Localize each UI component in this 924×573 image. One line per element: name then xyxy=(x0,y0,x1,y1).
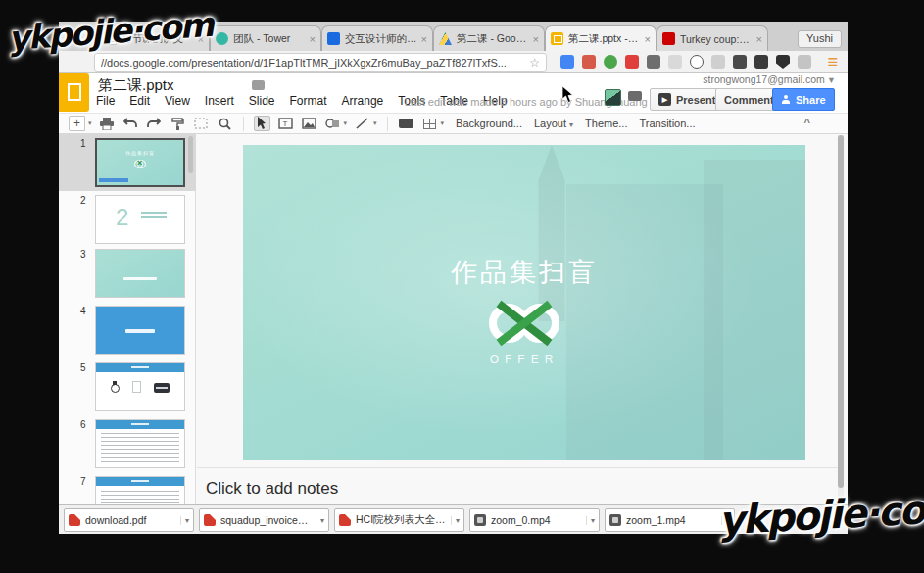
menu-slide[interactable]: Slide xyxy=(249,94,275,108)
speaker-notes-placeholder[interactable]: Click to add notes xyxy=(206,479,338,499)
filmstrip-row-6[interactable]: 6 xyxy=(59,415,196,472)
filmstrip-scrollbar[interactable] xyxy=(188,136,193,173)
slide-thumbnail-4[interactable] xyxy=(95,306,185,355)
slide-thumbnail-1[interactable]: 作品集扫盲 xyxy=(95,138,185,187)
close-icon[interactable]: × xyxy=(645,33,651,45)
slide-title-text[interactable]: 作品集扫盲 xyxy=(243,255,805,290)
collaborator-avatar[interactable] xyxy=(605,89,621,106)
slides-header: 第二课.pptx File Edit View Insert Slide For… xyxy=(59,73,848,113)
chevron-down-icon[interactable]: ▾ xyxy=(373,119,377,127)
filmstrip-row-3[interactable]: 3 xyxy=(59,245,196,302)
slide-thumbnail-2[interactable]: 2 xyxy=(95,195,185,244)
browser-tab-zhihu[interactable]: 交互设计师的核心价值… × xyxy=(321,25,433,51)
filmstrip-row-7[interactable]: 7 xyxy=(59,472,196,504)
chevron-down-icon[interactable]: ▾ xyxy=(180,516,189,525)
transition-button[interactable]: Transition... xyxy=(639,118,695,129)
slide-canvas[interactable]: 作品集扫盲 OFFER xyxy=(243,145,805,460)
extension-icon[interactable] xyxy=(604,55,617,69)
slide-thumbnail-6[interactable] xyxy=(95,419,185,468)
browser-tab-cnn[interactable]: Turkey coup: Live upd × xyxy=(657,25,768,51)
close-icon[interactable]: × xyxy=(756,33,762,45)
chevron-down-icon[interactable]: ▾ xyxy=(441,119,445,127)
extension-icon[interactable] xyxy=(798,55,811,69)
account-email[interactable]: strongwong17@gmail.com▾ xyxy=(703,73,834,85)
extension-icon[interactable] xyxy=(733,55,747,69)
chevron-down-icon[interactable]: ▾ xyxy=(451,516,460,525)
text-box-icon[interactable]: T xyxy=(277,116,294,131)
new-slide-button[interactable]: + xyxy=(69,116,85,131)
layout-button[interactable]: Layout ▾ xyxy=(534,118,573,129)
profile-button[interactable]: Yushi xyxy=(798,30,842,48)
zoom-region-icon[interactable] xyxy=(193,116,210,131)
offer-caption[interactable]: OFFER xyxy=(243,353,805,366)
chat-icon[interactable] xyxy=(628,91,642,101)
menu-view[interactable]: View xyxy=(165,94,190,108)
filmstrip-row-1[interactable]: 1 作品集扫盲 xyxy=(59,134,196,191)
table-grid-icon[interactable] xyxy=(421,116,438,131)
chevron-down-icon[interactable]: ▾ xyxy=(88,119,92,127)
thumb-icons-row xyxy=(96,381,184,393)
download-item[interactable]: HCI院校列表大全.pdf ▾ xyxy=(334,508,464,532)
zoom-icon[interactable] xyxy=(217,116,233,131)
comment-box-icon[interactable] xyxy=(398,116,414,131)
collapse-toolbar-icon[interactable]: ^ xyxy=(804,117,810,128)
extension-icon[interactable] xyxy=(560,55,574,69)
download-item[interactable]: zoom_0.mp4 ▾ xyxy=(469,508,600,532)
close-icon[interactable]: × xyxy=(421,33,427,45)
bookmark-star-icon[interactable]: ☆ xyxy=(529,56,540,70)
share-button[interactable]: Share xyxy=(772,88,835,111)
folder-icon[interactable] xyxy=(252,80,265,90)
filmstrip-row-2[interactable]: 2 2 xyxy=(59,191,196,248)
chrome-menu-icon[interactable]: ≡ xyxy=(827,52,838,72)
extension-icon[interactable] xyxy=(711,55,725,69)
browser-tab-slides-active[interactable]: 第二课.pptx - Google S × xyxy=(545,25,657,51)
slide-number: 6 xyxy=(80,419,86,430)
chevron-down-icon[interactable]: ▾ xyxy=(586,516,595,525)
slide-thumbnail-3[interactable] xyxy=(95,249,185,298)
slide-thumbnail-5[interactable] xyxy=(95,362,185,411)
extension-icon[interactable] xyxy=(668,55,682,69)
close-icon[interactable]: × xyxy=(533,33,539,45)
document-title[interactable]: 第二课.pptx xyxy=(98,76,174,95)
extension-icon[interactable] xyxy=(647,55,660,69)
redo-icon[interactable] xyxy=(146,116,163,131)
thumb-header-bar xyxy=(96,477,184,486)
thumb-text-lines xyxy=(101,433,179,454)
url-bar[interactable]: //docs.google.com/presentation/d/1F1apTl… xyxy=(94,53,547,72)
chevron-down-icon[interactable]: ▾ xyxy=(344,119,348,127)
menu-edit[interactable]: Edit xyxy=(129,94,150,108)
download-item[interactable]: download.pdf ▾ xyxy=(64,508,194,532)
menu-arrange[interactable]: Arrange xyxy=(342,94,384,108)
extension-icon[interactable] xyxy=(582,55,596,69)
download-item[interactable]: squadup_invoice_2774...pdf ▾ xyxy=(199,508,329,532)
paint-format-icon[interactable] xyxy=(170,116,186,131)
extension-icon[interactable] xyxy=(754,55,768,69)
undo-icon[interactable] xyxy=(122,116,139,131)
slides-logo-icon[interactable] xyxy=(59,73,89,112)
extension-icon[interactable] xyxy=(690,55,704,69)
filmstrip-row-4[interactable]: 4 xyxy=(59,302,196,358)
slide-thumbnail-7[interactable] xyxy=(95,476,185,504)
filmstrip-row-5[interactable]: 5 xyxy=(59,358,196,415)
select-cursor-icon[interactable] xyxy=(254,116,270,131)
download-item[interactable]: zoom_1.mp4 ▾ xyxy=(605,508,735,532)
insert-shape-icon[interactable] xyxy=(324,116,341,131)
menu-format[interactable]: Format xyxy=(290,94,327,108)
extension-icon[interactable] xyxy=(625,55,639,69)
cnn-favicon xyxy=(662,32,675,45)
canvas-scrollbar[interactable] xyxy=(838,135,844,503)
browser-tab-drive[interactable]: 第二课 - Google Drive × xyxy=(433,25,545,51)
close-icon[interactable]: × xyxy=(310,33,316,45)
extension-icon[interactable] xyxy=(776,55,790,69)
insert-line-icon[interactable] xyxy=(354,116,370,131)
menu-file[interactable]: File xyxy=(96,94,115,108)
print-icon[interactable] xyxy=(99,116,116,131)
menu-insert[interactable]: Insert xyxy=(205,94,234,108)
share-label: Share xyxy=(796,94,826,106)
editor-content: 1 作品集扫盲 2 2 3 xyxy=(59,134,848,504)
browser-tab-tower[interactable]: 团队 - Tower × xyxy=(210,25,321,51)
insert-image-icon[interactable] xyxy=(301,116,317,131)
chevron-down-icon[interactable]: ▾ xyxy=(316,516,324,525)
theme-button[interactable]: Theme... xyxy=(585,118,627,129)
background-button[interactable]: Background... xyxy=(456,118,522,129)
